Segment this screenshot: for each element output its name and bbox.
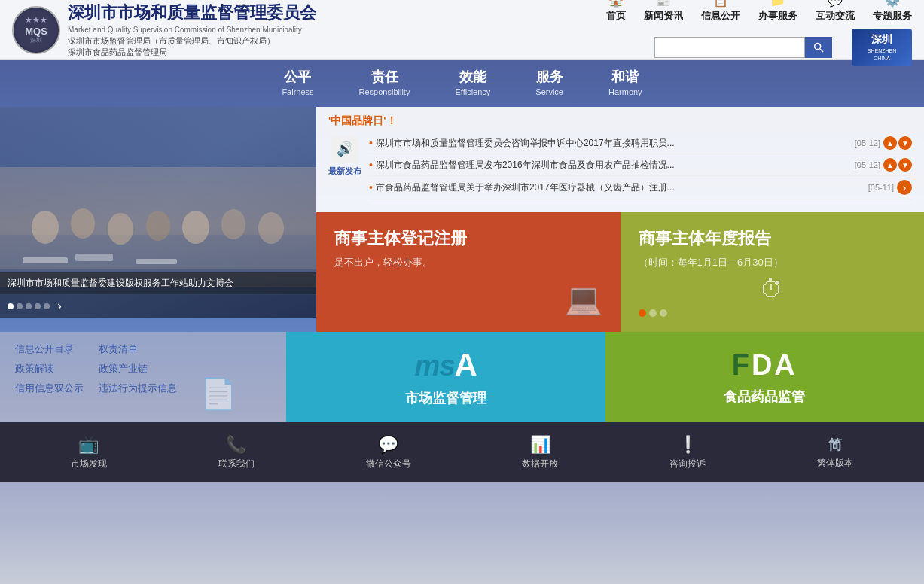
news-up-btn-2[interactable]: ▲ bbox=[883, 158, 897, 172]
news-item-2: • 深圳市食品药品监督管理局发布2016年深圳市食品及食用农产品抽检情况... … bbox=[369, 154, 912, 176]
logo-inner: ★★★ MQS 深圳 bbox=[25, 15, 47, 44]
value-responsibility: 责任 Responsibility bbox=[359, 68, 410, 96]
news-item-1: • 深圳市市场和质量监督管理委员会咨询举报申诉中心2017年直接聘用职员... … bbox=[369, 132, 912, 154]
news-date-2: [05-12] bbox=[855, 160, 880, 169]
svg-point-3 bbox=[32, 211, 59, 244]
value-harmony-zh: 和谐 bbox=[608, 68, 642, 86]
svg-point-7 bbox=[182, 211, 209, 244]
news-bullet-2: • bbox=[369, 159, 373, 171]
msa-label: 市场监督管理 bbox=[405, 389, 486, 407]
info-link-catalog[interactable]: 信息公开目录 bbox=[15, 342, 84, 356]
header-right: 🏠 首页 📰 新闻资讯 📋 信息公开 📁 办事服务 💬 互动交流 ⚙️ 专 bbox=[606, 0, 912, 66]
main-area: 深圳市市场和质量监督委建设版权服务工作站助力文博会 › '中国品牌日'！ 🔊 bbox=[0, 107, 924, 332]
search-input[interactable] bbox=[654, 37, 805, 58]
news-text-3[interactable]: 市食品药品监督管理局关于举办深圳市2017年医疗器械（义齿产品）注册... bbox=[376, 181, 865, 194]
info-link-industry[interactable]: 政策产业链 bbox=[99, 362, 177, 376]
value-service-en: Service bbox=[535, 87, 563, 96]
card-registration[interactable]: 商事主体登记注册 足不出户，轻松办事。 💻 bbox=[316, 212, 621, 332]
search-button[interactable] bbox=[805, 37, 832, 58]
card-dot-3[interactable] bbox=[660, 309, 667, 317]
svg-rect-10 bbox=[23, 257, 68, 263]
news-down-btn-1[interactable]: ▼ bbox=[898, 136, 912, 150]
hero-dot-3[interactable] bbox=[26, 303, 32, 309]
nav-home[interactable]: 🏠 首页 bbox=[606, 0, 626, 23]
footer-item-wechat[interactable]: 💬 微信公众号 bbox=[366, 435, 411, 470]
footer-item-contact[interactable]: 📞 联系我们 bbox=[218, 435, 255, 470]
values-bar: 公平 Fairness 责任 Responsibility 效能 Efficie… bbox=[0, 60, 924, 107]
logo-circle: ★★★ MQS 深圳 bbox=[12, 6, 60, 54]
info-link-credit[interactable]: 信用信息双公示 bbox=[15, 382, 84, 395]
value-harmony-en: Harmony bbox=[608, 87, 642, 96]
value-responsibility-en: Responsibility bbox=[359, 87, 410, 96]
value-efficiency-zh: 效能 bbox=[455, 68, 490, 86]
footer-label-data: 数据开放 bbox=[522, 458, 558, 470]
footer-item-data[interactable]: 📊 数据开放 bbox=[522, 435, 558, 470]
news-items-list: • 深圳市市场和质量监督管理委员会咨询举报申诉中心2017年直接聘用职员... … bbox=[369, 132, 912, 199]
services-icon: 📁 bbox=[770, 0, 785, 8]
svg-point-4 bbox=[71, 208, 95, 239]
header-text-block: 深圳市市场和质量监督管理委员会 Market and Quality Super… bbox=[68, 2, 606, 58]
traditional-icon: 简 bbox=[828, 436, 842, 454]
news-up-btn-1[interactable]: ▲ bbox=[883, 136, 897, 150]
shenzhen-logo: 深圳 SHENZHEN CHINA bbox=[852, 29, 912, 66]
bottom-section: 信息公开目录 政策解读 信用信息双公示 权责清单 政策产业链 违法行为提示信息 … bbox=[0, 332, 924, 422]
special-icon: ⚙️ bbox=[885, 0, 900, 8]
msa-card[interactable]: msA 市场监督管理 bbox=[286, 332, 605, 422]
info-col-1: 信息公开目录 政策解读 信用信息双公示 bbox=[15, 342, 84, 412]
nav-services[interactable]: 📁 办事服务 bbox=[758, 0, 797, 23]
card-dot-2[interactable] bbox=[649, 309, 657, 317]
info-link-violations[interactable]: 违法行为提示信息 bbox=[99, 382, 177, 395]
footer-item-consult[interactable]: ❕ 咨询投诉 bbox=[669, 435, 706, 470]
value-service: 服务 Service bbox=[535, 68, 563, 96]
value-service-zh: 服务 bbox=[535, 68, 563, 86]
hero-image-wrap: 深圳市市场和质量监督委建设版权服务工作站助力文博会 › bbox=[0, 107, 316, 332]
hero-next-arrow[interactable]: › bbox=[57, 298, 62, 314]
news-btns-1: ▲ ▼ bbox=[883, 136, 912, 150]
footer-item-tv[interactable]: 📺 市场发现 bbox=[71, 435, 107, 470]
header-sub1: 深圳市市场监督管理局（市质量管理局、市知识产权局） bbox=[68, 35, 606, 47]
data-icon: 📊 bbox=[530, 435, 550, 455]
card-dot-active[interactable] bbox=[639, 309, 646, 317]
sound-icon[interactable]: 🔊 bbox=[331, 135, 358, 163]
msa-logo: msA bbox=[415, 347, 477, 383]
nav-home-label: 首页 bbox=[606, 9, 626, 23]
search-icon bbox=[813, 41, 825, 53]
card-registration-subtitle: 足不出户，轻松办事。 bbox=[334, 256, 602, 269]
nav-interact[interactable]: 💬 互动交流 bbox=[816, 0, 855, 23]
header-logo-section: ★★★ MQS 深圳 深圳市市场和质量监督管理委员会 Market and Qu… bbox=[12, 2, 606, 58]
news-item-3: • 市食品药品监督管理局关于举办深圳市2017年医疗器械（义齿产品）注册... … bbox=[369, 176, 912, 199]
news-text-2[interactable]: 深圳市食品药品监督管理局发布2016年深圳市食品及食用农产品抽检情况... bbox=[376, 159, 852, 172]
value-efficiency-en: Efficiency bbox=[455, 87, 490, 96]
card-annual-title: 商事主体年度报告 bbox=[639, 227, 907, 250]
right-section: '中国品牌日'！ 🔊 最新发布 • 深圳市市场和质量监督管理委员会咨询举报申诉中… bbox=[316, 107, 924, 332]
nav-special[interactable]: ⚙️ 专题服务 bbox=[873, 0, 912, 23]
nav-info[interactable]: 📋 信息公开 bbox=[701, 0, 740, 23]
tv-icon: 📺 bbox=[78, 435, 99, 455]
card-annual[interactable]: 商事主体年度报告 （时间：每年1月1日—6月30日） ⏱ bbox=[621, 212, 925, 332]
fda-card[interactable]: FDA 食品药品监管 bbox=[605, 332, 925, 422]
site-title-en: Market and Quality Supervision Commissio… bbox=[68, 26, 606, 34]
svg-point-0 bbox=[815, 44, 821, 50]
hero-dot-1[interactable] bbox=[8, 303, 14, 309]
info-links-panel: 信息公开目录 政策解读 信用信息双公示 权责清单 政策产业链 违法行为提示信息 … bbox=[0, 332, 286, 422]
value-fairness-en: Fairness bbox=[282, 87, 313, 96]
news-arrow-btn-3[interactable]: › bbox=[897, 180, 912, 195]
hero-dot-5[interactable] bbox=[44, 303, 50, 309]
info-icon: 📋 bbox=[713, 0, 728, 8]
site-title-zh: 深圳市市场和质量监督管理委员会 bbox=[68, 2, 606, 24]
news-text-1[interactable]: 深圳市市场和质量监督管理委员会咨询举报申诉中心2017年直接聘用职员... bbox=[376, 137, 852, 150]
header-sub2: 深圳市食品药品监督管理局 bbox=[68, 47, 606, 58]
card-annual-clock-icon: ⏱ bbox=[760, 275, 784, 303]
nav-news-label: 新闻资讯 bbox=[644, 9, 683, 23]
footer-item-traditional[interactable]: 简 繁体版本 bbox=[817, 436, 853, 470]
fda-logo: FDA bbox=[732, 349, 797, 382]
hero-dot-4[interactable] bbox=[35, 303, 41, 309]
card-annual-dots bbox=[639, 309, 907, 317]
news-down-btn-2[interactable]: ▼ bbox=[898, 158, 912, 172]
nav-news[interactable]: 📰 新闻资讯 bbox=[644, 0, 683, 23]
info-link-policy[interactable]: 政策解读 bbox=[15, 362, 84, 376]
value-fairness-zh: 公平 bbox=[282, 68, 313, 86]
news-bullet-1: • bbox=[369, 137, 373, 149]
hero-dot-2[interactable] bbox=[17, 303, 23, 309]
info-link-rights[interactable]: 权责清单 bbox=[99, 342, 177, 356]
